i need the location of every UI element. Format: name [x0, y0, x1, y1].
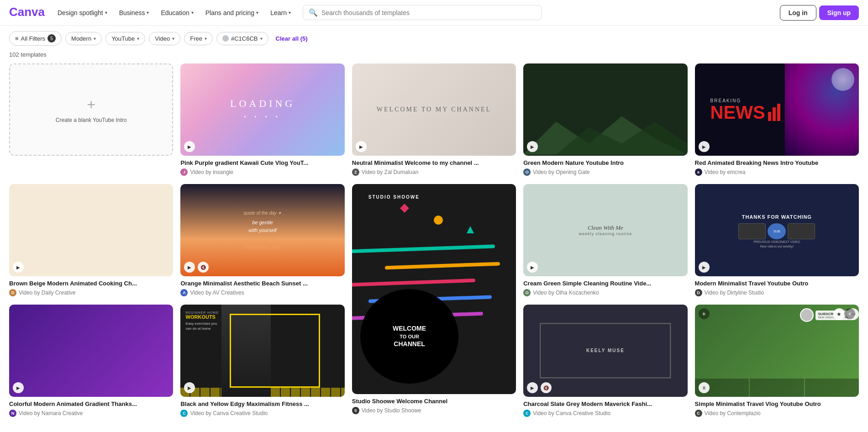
- avatar: C: [695, 410, 702, 417]
- login-button[interactable]: Log in: [780, 5, 816, 21]
- filter-youtube[interactable]: YouTube ▾: [105, 32, 145, 45]
- avatar: S: [352, 407, 359, 414]
- all-filters-label: All Filters: [21, 35, 45, 42]
- filter-count-badge: 5: [47, 34, 56, 42]
- chevron-down-icon: ▾: [191, 10, 194, 15]
- template-card[interactable]: quote of the day ✦ be gentlewith yoursel…: [180, 184, 344, 297]
- template-title: Black and Yellow Edgy Maximalism Fitness…: [180, 400, 344, 408]
- mute-button[interactable]: 🔇: [198, 262, 209, 273]
- filter-video[interactable]: Video ▾: [149, 32, 180, 45]
- avatar: e: [695, 169, 702, 176]
- template-title: Orange Minimalist Aesthetic Beach Sunset…: [180, 280, 344, 288]
- template-author: A Video by AV Creatives: [180, 289, 344, 296]
- template-card[interactable]: BEGINNER HOME WORKOUTS Easy exercises yo…: [180, 305, 344, 418]
- expand-button[interactable]: +: [844, 308, 855, 319]
- template-card[interactable]: SUBSCRIBE NEW VIDEO EVERY WEEK ★ ⋯ + + ⏸…: [695, 305, 859, 418]
- favorite-button[interactable]: ★: [833, 308, 845, 320]
- avatar: C: [523, 410, 531, 417]
- play-button[interactable]: ▶: [184, 141, 195, 152]
- search-bar: 🔍: [303, 5, 542, 20]
- template-author: N Video by Namara Creative: [9, 410, 173, 417]
- template-title: Colorful Modern Animated Gradient Thanks…: [9, 400, 173, 408]
- play-button[interactable]: ▶: [13, 262, 24, 273]
- nav-learn[interactable]: Learn ▾: [266, 6, 295, 19]
- template-grid: + Create a blank YouTube Intro LOADING• …: [0, 63, 868, 432]
- template-author: C Video by Canva Creative Studio: [523, 410, 687, 417]
- template-title: Green Modern Nature Youtube Intro: [523, 159, 687, 167]
- avatar: O: [523, 169, 531, 176]
- avatar: N: [9, 410, 16, 417]
- template-title: Simple Minimalist Travel Vlog Youtube Ou…: [695, 400, 859, 408]
- play-button[interactable]: ▶: [527, 262, 538, 273]
- avatar: Z: [352, 169, 359, 176]
- template-card[interactable]: WELCOMETO OURCHANNEL STUDIO SHOOWE Studi…: [352, 184, 516, 418]
- filter-modern[interactable]: Modern ▾: [65, 32, 102, 45]
- template-author: O Video by Opening Gate: [523, 169, 687, 176]
- template-title: Red Animated Breaking News Intro Youtube: [695, 159, 859, 167]
- template-card[interactable]: THANKS FOR WATCHING SUB PREVIOUS VIDEO N…: [695, 184, 859, 297]
- nav-plans-pricing[interactable]: Plans and pricing ▾: [201, 6, 263, 19]
- filter-bar: ≡ All Filters 5 Modern ▾ YouTube ▾ Video…: [0, 26, 868, 49]
- template-author: O Video by Olha Kozachenko: [523, 289, 687, 296]
- all-filters-button[interactable]: ≡ All Filters 5: [9, 31, 62, 46]
- nav-business[interactable]: Business ▾: [115, 6, 154, 19]
- play-button[interactable]: ▶: [699, 262, 710, 273]
- nav-design-spotlight[interactable]: Design spotlight ▾: [53, 6, 112, 19]
- template-author: C Video by Contemplazio: [695, 410, 859, 417]
- play-button[interactable]: ▶: [527, 382, 538, 393]
- template-card[interactable]: BREAKING NEWS ▶: [695, 63, 859, 177]
- avatar: A: [180, 289, 188, 296]
- nav-education[interactable]: Education ▾: [156, 6, 198, 19]
- template-author: D Video by Dirtyline Studio: [695, 289, 859, 296]
- template-author: D Video by Daily Creative: [9, 289, 173, 296]
- add-button[interactable]: +: [699, 308, 710, 319]
- template-title: Charcoal Slate Grey Modern Maverick Fash…: [523, 400, 687, 408]
- filter-color-label: #C1C6CB: [231, 35, 258, 42]
- template-card[interactable]: Clean With Me weekly cleaning routine ▶ …: [523, 184, 687, 297]
- chevron-down-icon: ▾: [137, 36, 139, 41]
- color-swatch: [222, 35, 229, 42]
- filter-video-label: Video: [155, 35, 170, 42]
- play-button[interactable]: ▶: [13, 382, 24, 393]
- search-input[interactable]: [321, 9, 536, 16]
- filter-free-label: Free: [190, 35, 202, 42]
- chevron-down-icon: ▾: [205, 36, 207, 41]
- template-author: S Video by Studio Shoowe: [352, 407, 516, 414]
- template-author: e Video by emcrea: [695, 169, 859, 176]
- filter-modern-label: Modern: [71, 35, 91, 42]
- template-author: C Video by Canva Creative Studio: [180, 410, 344, 417]
- template-title: Neutral Minimalist Welcome to my channel…: [352, 159, 516, 167]
- chevron-down-icon: ▾: [256, 10, 258, 15]
- mute-button[interactable]: 🔇: [541, 382, 552, 393]
- filter-youtube-label: YouTube: [111, 35, 135, 42]
- avatar: C: [180, 410, 188, 417]
- signup-button[interactable]: Sign up: [819, 5, 859, 20]
- clear-all-button[interactable]: Clear all (5): [272, 32, 311, 45]
- canva-logo[interactable]: Canva: [9, 5, 46, 21]
- template-card[interactable]: ▶ Brown Beige Modern Animated Cooking Ch…: [9, 184, 173, 297]
- play-button[interactable]: ▶: [184, 262, 195, 273]
- avatar: D: [695, 289, 702, 296]
- play-button[interactable]: ▶: [356, 141, 367, 152]
- pause-button[interactable]: ⏸: [699, 382, 710, 393]
- blank-card-label: Create a blank YouTube Intro: [51, 117, 132, 123]
- avatar: D: [9, 289, 16, 296]
- avatar: J: [180, 169, 188, 176]
- template-card[interactable]: ▶ Colorful Modern Animated Gradient Than…: [9, 305, 173, 418]
- plus-icon: +: [87, 96, 95, 113]
- template-author: J Video by insangle: [180, 169, 344, 176]
- template-title: Modern Minimalist Travel Youtube Outro: [695, 280, 859, 288]
- play-button[interactable]: ▶: [699, 141, 710, 152]
- chevron-down-icon: ▾: [94, 36, 96, 41]
- template-card[interactable]: LOADING• • • • ▶ Pink Purple gradient Ka…: [180, 63, 344, 177]
- chevron-down-icon: ▾: [147, 10, 149, 15]
- filter-color[interactable]: #C1C6CB ▾: [216, 32, 268, 45]
- filter-free[interactable]: Free ▾: [184, 32, 213, 45]
- template-card[interactable]: WELCOME TO MY CHANNEL ▶ Neutral Minimali…: [352, 63, 516, 177]
- template-title: Brown Beige Modern Animated Cooking Ch..…: [9, 280, 173, 288]
- template-title: Cream Green Simple Cleaning Routine Vide…: [523, 280, 687, 288]
- template-card[interactable]: KEELY MUSE ▶ 🔇 Charcoal Slate Grey Moder…: [523, 305, 687, 418]
- search-icon: 🔍: [309, 8, 318, 17]
- template-card[interactable]: ▶ Green Modern Nature Youtube Intro O Vi…: [523, 63, 687, 177]
- blank-template-card[interactable]: + Create a blank YouTube Intro: [9, 63, 173, 177]
